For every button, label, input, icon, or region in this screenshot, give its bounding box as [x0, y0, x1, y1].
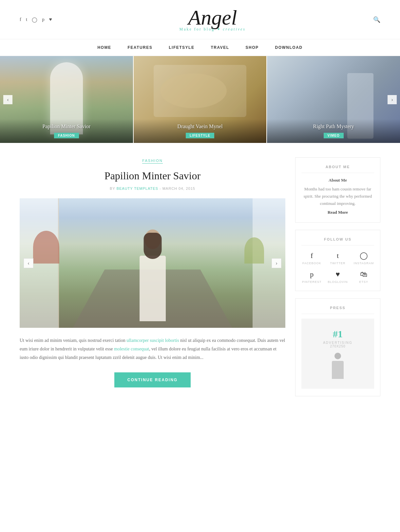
instagram-icon[interactable]: ◯ — [32, 17, 37, 23]
article-title: Papilion Minter Savior — [20, 170, 285, 182]
search-area[interactable]: 🔍 — [373, 16, 380, 23]
press-title: PRESS — [301, 306, 374, 314]
follow-instagram[interactable]: ◯ INSTAGRAM — [353, 251, 374, 265]
twitter-social-icon: t — [337, 251, 339, 260]
follow-facebook[interactable]: f FACEBOOK — [301, 251, 322, 265]
body-link-1[interactable]: ullamcorper suscipit lobortis — [126, 338, 179, 343]
tagline-pre: Make for blog — [180, 27, 215, 31]
article-meta: BY BEAUTY TEMPLATES - MARCH 04, 2015 — [20, 187, 285, 190]
follow-section: FOLLOW US f FACEBOOK t TWITTER ◯ INSTAGR… — [295, 230, 380, 291]
slide-2: Draught Vaein Mynel LIFESTYLE — [133, 56, 267, 143]
slide-3-title: Right Path Mystery — [272, 124, 395, 129]
continue-reading-button[interactable]: CONTINUE READING — [114, 372, 191, 387]
tagline-post: creatives — [223, 27, 246, 31]
nav-travel[interactable]: TRAVEL — [211, 45, 229, 50]
follow-title: FOLLOW US — [301, 237, 374, 246]
slide-2-title: Draught Vaein Mynel — [138, 124, 262, 129]
press-number: #1 — [308, 328, 368, 340]
image-next-button[interactable]: › — [272, 258, 281, 268]
etsy-icon: 🛍 — [360, 270, 367, 279]
meta-by: BY — [110, 187, 115, 190]
instagram-label: INSTAGRAM — [353, 262, 374, 265]
slide-1-title: Papilion Minter Savior — [5, 124, 128, 129]
press-ad: #1 ADVERTISING 270X250 — [301, 319, 374, 389]
tagline-connector: ✦ — [217, 27, 221, 31]
nav-download[interactable]: DOWNLOAD — [275, 45, 303, 50]
twitter-label: TWITTER — [330, 262, 345, 265]
nav-home[interactable]: HOME — [97, 45, 111, 50]
bloglovin-label: BLOGLOVIN — [328, 280, 348, 284]
about-section: ABOUT ME About Me Months had too ham cou… — [295, 157, 380, 223]
meta-dash: - — [160, 187, 162, 190]
pinterest-social-icon: p — [310, 270, 314, 279]
twitter-icon[interactable]: t — [26, 17, 27, 22]
article-main-image — [20, 198, 285, 328]
press-figure — [328, 353, 348, 379]
follow-grid: f FACEBOOK t TWITTER ◯ INSTAGRAM p PINTE… — [301, 251, 374, 284]
pinterest-label: PINTEREST — [302, 280, 322, 284]
body-link-2[interactable]: molestie consequat — [114, 346, 149, 351]
press-advertising-label: ADVERTISING — [308, 341, 368, 345]
about-text: Months had too ham cousin remove far spi… — [301, 186, 374, 207]
slide-2-tag: LIFESTYLE — [186, 133, 214, 138]
header: f t ◯ p ♥ Angel Make for blog ✦ creative… — [0, 0, 400, 39]
meta-date: MARCH 04, 2015 — [162, 187, 195, 190]
slide-1-tag: FASHION — [54, 133, 79, 138]
follow-twitter[interactable]: t TWITTER — [327, 251, 348, 265]
content-area: FASHION Papilion Minter Savior BY BEAUTY… — [20, 157, 285, 396]
social-icons: f t ◯ p ♥ — [20, 17, 52, 23]
slider-next-button[interactable]: › — [388, 95, 397, 104]
follow-bloglovin[interactable]: ♥ BLOGLOVIN — [327, 270, 348, 284]
instagram-social-icon: ◯ — [360, 251, 368, 260]
bloglovin-icon: ♥ — [335, 270, 340, 279]
about-name: About Me — [301, 178, 374, 183]
slider-prev-button[interactable]: ‹ — [3, 95, 12, 104]
facebook-label: FACEBOOK — [302, 262, 321, 265]
meta-author: BEAUTY TEMPLATES — [117, 187, 158, 190]
slide-3: Right Path Mystery VIMEO › — [267, 56, 400, 143]
slide-1: Papilion Minter Savior FASHION ‹ — [0, 56, 133, 143]
heart-icon[interactable]: ♥ — [49, 17, 52, 22]
press-section: PRESS #1 ADVERTISING 270X250 — [295, 298, 380, 396]
main-nav: HOME FEATURES LIFETSYLE TRAVEL SHOP DOWN… — [0, 39, 400, 56]
slider: Papilion Minter Savior FASHION ‹ Draught… — [0, 56, 400, 143]
follow-pinterest[interactable]: p PINTEREST — [301, 270, 322, 284]
logo-title: Angel — [180, 7, 246, 28]
nav-lifestyle[interactable]: LIFETSYLE — [169, 45, 194, 50]
pinterest-icon[interactable]: p — [42, 17, 45, 22]
logo-area: Angel Make for blog ✦ creatives — [180, 7, 246, 32]
logo-tagline: Make for blog ✦ creatives — [180, 27, 246, 32]
article-category: FASHION — [142, 159, 162, 164]
nav-features[interactable]: FEATURES — [127, 45, 152, 50]
etsy-label: ETSY — [359, 280, 369, 284]
nav-shop[interactable]: SHOP — [246, 45, 259, 50]
follow-etsy[interactable]: 🛍 ETSY — [353, 270, 374, 284]
read-more-link[interactable]: Read More — [301, 210, 374, 215]
article-header: FASHION — [20, 157, 285, 163]
press-ad-size: 270X250 — [308, 345, 368, 348]
facebook-icon[interactable]: f — [20, 17, 21, 22]
image-prev-button[interactable]: ‹ — [24, 258, 33, 268]
facebook-social-icon: f — [311, 251, 313, 260]
slide-3-tag: VIMEO — [324, 133, 344, 138]
sidebar: ABOUT ME About Me Months had too ham cou… — [295, 157, 380, 396]
main-layout: FASHION Papilion Minter Savior BY BEAUTY… — [0, 143, 400, 413]
article-body: Ut wisi enim ad minim veniam, quis nostr… — [20, 336, 285, 362]
about-title: ABOUT ME — [301, 165, 374, 173]
article-image-wrapper: ‹ › — [20, 198, 285, 328]
